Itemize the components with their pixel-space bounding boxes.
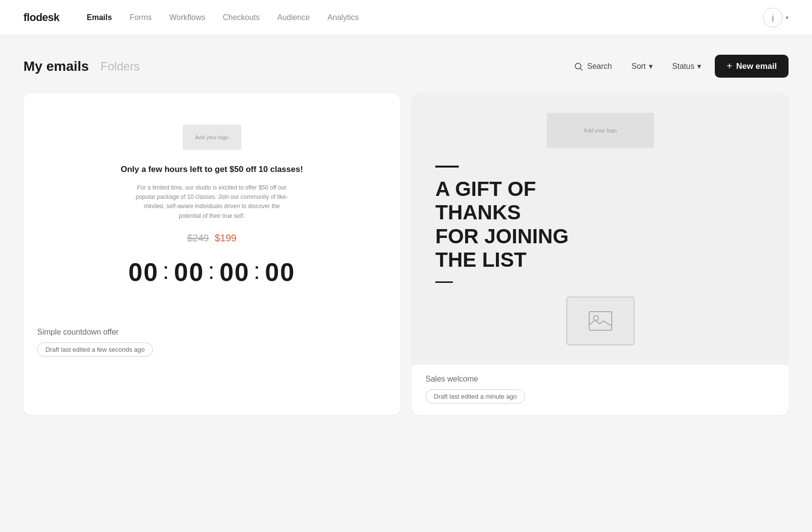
sort-label: Sort bbox=[631, 62, 645, 71]
card1-draft-badge: Draft last edited a few seconds ago bbox=[37, 342, 153, 357]
countdown-timer: 00 : 00 : 00 : 00 bbox=[128, 257, 295, 287]
page-title: My emails bbox=[23, 59, 89, 74]
card2-big-title: A GIFT OF THANKS FOR JOINING THE LIST bbox=[435, 177, 569, 272]
status-label: Status bbox=[672, 62, 694, 71]
new-email-button[interactable]: + New email bbox=[715, 55, 789, 78]
search-button[interactable]: Search bbox=[568, 58, 618, 75]
card1-footer: Simple countdown offer Draft last edited… bbox=[23, 318, 400, 368]
sort-chevron-icon: ▾ bbox=[649, 62, 653, 71]
countdown-sep-2: : bbox=[208, 257, 215, 284]
nav-emails[interactable]: Emails bbox=[87, 11, 112, 24]
toolbar-right: Search Sort ▾ Status ▾ + New email bbox=[568, 55, 789, 78]
card2-title-line1: A GIFT OF bbox=[435, 177, 536, 200]
card1-preview: Add your logo Only a few hours left to g… bbox=[23, 93, 400, 318]
image-placeholder-icon bbox=[589, 311, 612, 331]
card2-title-line2: THANKS bbox=[435, 201, 521, 224]
card2-draft-badge: Draft last edited a minute ago bbox=[426, 389, 525, 404]
countdown-minutes: 00 bbox=[174, 257, 204, 287]
svg-line-1 bbox=[580, 68, 583, 70]
navbar: flodesk Emails Forms Workflows Checkouts… bbox=[0, 0, 812, 35]
avatar-letter: j bbox=[772, 14, 773, 21]
cards-grid: Add your logo Only a few hours left to g… bbox=[23, 93, 789, 415]
countdown-sep-1: : bbox=[163, 257, 170, 284]
countdown-sep-3: : bbox=[254, 257, 261, 284]
card2-title-line4: THE LIST bbox=[435, 248, 527, 271]
card2-title-line3: FOR JOINING bbox=[435, 225, 569, 248]
price-original: $249 bbox=[187, 233, 209, 244]
nav-links: Emails Forms Workflows Checkouts Audienc… bbox=[87, 11, 763, 24]
price-sale: $199 bbox=[215, 233, 237, 244]
countdown-hours: 00 bbox=[128, 257, 159, 287]
search-icon bbox=[574, 62, 583, 71]
new-email-label: New email bbox=[736, 62, 777, 71]
nav-checkouts[interactable]: Checkouts bbox=[223, 11, 260, 24]
status-button[interactable]: Status ▾ bbox=[666, 58, 707, 75]
plus-icon: + bbox=[727, 61, 732, 72]
card2-accent-line-bottom bbox=[435, 281, 453, 283]
user-avatar-wrapper[interactable]: j ▾ bbox=[763, 8, 789, 27]
nav-workflows[interactable]: Workflows bbox=[169, 11, 205, 24]
card2-preview: Add your logo A GIFT OF THANKS FOR JOINI… bbox=[412, 93, 789, 365]
toolbar-left: My emails Folders bbox=[23, 59, 568, 74]
svg-point-0 bbox=[575, 63, 581, 69]
toolbar: My emails Folders Search Sort ▾ Status ▾… bbox=[23, 55, 789, 78]
email-card-2[interactable]: Add your logo A GIFT OF THANKS FOR JOINI… bbox=[412, 93, 789, 415]
card1-name: Simple countdown offer bbox=[37, 328, 386, 337]
main-content: My emails Folders Search Sort ▾ Status ▾… bbox=[0, 35, 812, 435]
card2-footer: Sales welcome Draft last edited a minute… bbox=[412, 365, 789, 415]
svg-point-3 bbox=[594, 316, 598, 320]
email-card-1[interactable]: Add your logo Only a few hours left to g… bbox=[23, 93, 400, 415]
card2-draft-text: Draft last edited a minute ago bbox=[434, 393, 517, 400]
countdown-frames: 00 bbox=[265, 257, 295, 287]
brand-logo[interactable]: flodesk bbox=[23, 11, 60, 24]
card1-logo-placeholder: Add your logo bbox=[183, 125, 241, 150]
nav-audience[interactable]: Audience bbox=[278, 11, 310, 24]
nav-forms[interactable]: Forms bbox=[129, 11, 151, 24]
avatar[interactable]: j bbox=[763, 8, 783, 27]
status-chevron-icon: ▾ bbox=[697, 62, 701, 71]
card1-title: Only a few hours left to get $50 off 10 … bbox=[121, 164, 303, 175]
sort-button[interactable]: Sort ▾ bbox=[625, 58, 658, 75]
nav-analytics[interactable]: Analytics bbox=[327, 11, 359, 24]
card2-accent-line-top bbox=[435, 166, 459, 168]
countdown-seconds: 00 bbox=[219, 257, 250, 287]
folders-link[interactable]: Folders bbox=[101, 60, 140, 73]
card1-draft-text: Draft last edited a few seconds ago bbox=[45, 346, 145, 353]
search-label: Search bbox=[587, 62, 612, 71]
card2-name: Sales welcome bbox=[426, 375, 775, 383]
price-row: $249 $199 bbox=[187, 233, 236, 244]
card1-body: For a limited time, our studio is excite… bbox=[134, 183, 290, 221]
card2-logo-placeholder: Add your logo bbox=[547, 113, 654, 148]
avatar-chevron-icon: ▾ bbox=[786, 14, 789, 21]
svg-rect-2 bbox=[589, 312, 612, 330]
card2-image-placeholder bbox=[566, 297, 635, 345]
